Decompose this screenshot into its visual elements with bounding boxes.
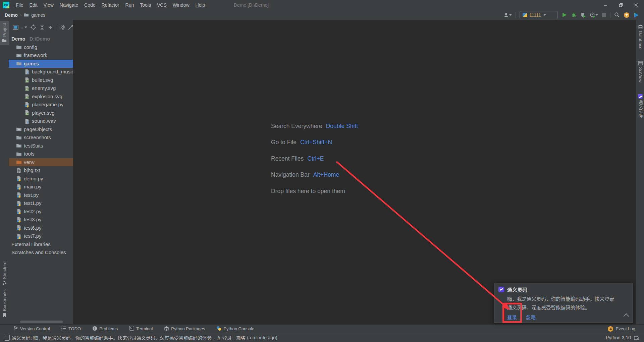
plugin-logo-icon[interactable] — [633, 12, 639, 18]
breadcrumb-folder[interactable]: games — [31, 12, 45, 18]
tool-tab-tongyi[interactable]: 通义灵码 — [636, 92, 644, 120]
tool-tab-structure[interactable]: Structure — [0, 260, 9, 287]
menu-item-code[interactable]: Code — [81, 2, 98, 8]
chevron-down-icon[interactable] — [595, 14, 598, 16]
menu-item-vcs[interactable]: VCS — [154, 2, 170, 8]
tree-item-test1-py[interactable]: test1.py — [9, 199, 73, 208]
breadcrumb-project[interactable]: Demo — [5, 12, 18, 18]
run-button[interactable] — [561, 12, 567, 18]
user-account-icon[interactable] — [503, 12, 512, 18]
tree-item-demo-py[interactable]: demo.py — [9, 175, 73, 183]
stop-button[interactable] — [602, 13, 606, 17]
tree-item-screenshots[interactable]: screenshots — [9, 133, 73, 142]
folder-icon — [16, 61, 22, 66]
minimize-button[interactable] — [598, 0, 613, 10]
tree-item-sound-wav[interactable]: ?sound.wav — [9, 117, 73, 125]
update-available-icon[interactable] — [624, 12, 630, 18]
event-count-badge: 4 — [608, 326, 613, 332]
menu-item-view[interactable]: View — [41, 2, 57, 8]
tree-item-external-libraries[interactable]: External Libraries — [9, 240, 73, 249]
tree-item-venv[interactable]: venv — [9, 158, 73, 167]
tree-item-test7-py[interactable]: test7.py — [9, 232, 73, 240]
tree-item-enemy-svg[interactable]: enemy.svg — [9, 84, 73, 93]
tree-item-player-svg[interactable]: player.svg — [9, 109, 73, 117]
maximize-button[interactable] — [613, 0, 629, 10]
tool-tab-project[interactable]: Project — [0, 21, 9, 45]
tree-item-demo[interactable]: DemoD:\Demo — [9, 35, 73, 43]
run-with-coverage-button[interactable] — [580, 12, 586, 18]
tree-item-scratches-and-consoles[interactable]: Scratches and Consoles — [9, 248, 73, 257]
tool-tab-sciview[interactable]: SciView — [636, 59, 644, 84]
tree-item-background-music[interactable]: ?background_music — [9, 68, 73, 76]
tool-tab-database[interactable]: Database — [636, 22, 644, 52]
tool-window-button-version-control[interactable]: Version Control — [13, 326, 50, 332]
tree-item-main-py[interactable]: main.py — [9, 183, 73, 191]
tree-item-bullet-svg[interactable]: bullet.svg — [9, 76, 73, 84]
tool-tab-bookmarks[interactable]: Bookmarks — [0, 287, 9, 320]
file-python-icon — [16, 201, 22, 206]
editor-hint: Search EverywhereDouble Shift — [271, 118, 358, 134]
project-tree: DemoD:\Democonfigframeworkgames?backgrou… — [9, 35, 73, 257]
tree-item-bjhg-txt[interactable]: bjhg.txt — [9, 166, 73, 175]
menu-item-navigate[interactable]: Navigate — [57, 2, 81, 8]
python-interpreter[interactable]: Python 3.10 — [606, 335, 631, 340]
run-configuration-select[interactable]: 11111 — [520, 11, 558, 19]
tree-item-testsuits[interactable]: testSuits — [9, 142, 73, 150]
tool-window-button-problems[interactable]: Problems — [92, 326, 118, 332]
search-everywhere-icon[interactable] — [614, 12, 620, 18]
event-log-button[interactable]: 4Event Log — [608, 326, 644, 332]
status-login-link[interactable]: 登录 — [222, 334, 231, 341]
file-python-icon — [16, 192, 22, 198]
tree-item-label: background_music — [32, 68, 73, 76]
settings-gear-icon[interactable] — [60, 25, 65, 30]
menu-item-file[interactable]: File — [13, 2, 26, 8]
tree-item-pageobjects[interactable]: pageObjects — [9, 125, 73, 134]
menu-item-window[interactable]: Window — [170, 2, 193, 8]
tree-item-config[interactable]: config — [9, 43, 73, 52]
tool-window-button-terminal[interactable]: Terminal — [129, 326, 153, 332]
tree-item-test6-py[interactable]: test6.py — [9, 224, 73, 232]
menu-item-refactor[interactable]: Refactor — [99, 2, 122, 8]
tree-item-label: bullet.svg — [32, 76, 53, 84]
menu-item-help[interactable]: Help — [193, 2, 208, 8]
notification-icon[interactable] — [5, 335, 10, 341]
close-button[interactable] — [629, 0, 644, 10]
tool-window-button-python-console[interactable]: Python Console — [216, 326, 254, 332]
tree-item-explosion-svg[interactable]: explosion.svg — [9, 93, 73, 101]
collapse-all-icon[interactable] — [48, 25, 53, 30]
horizontal-scrollbar[interactable] — [20, 321, 63, 323]
locate-file-icon[interactable] — [31, 24, 36, 30]
file-unknown-icon: ? — [24, 69, 30, 75]
tree-item-test3-py[interactable]: test3.py — [9, 216, 73, 224]
tool-window-button-python-packages[interactable]: Python Packages — [164, 326, 205, 332]
status-ignore-link[interactable]: 忽略 — [235, 334, 245, 341]
tool-window-button-todo[interactable]: TODO — [61, 326, 81, 332]
tree-item-label: venv — [24, 158, 35, 167]
menu-item-edit[interactable]: Edit — [26, 2, 41, 8]
tree-item-label: main.py — [24, 183, 42, 191]
project-tool-window: DemoD:\Democonfigframeworkgames?backgrou… — [9, 20, 73, 324]
tree-item-test2-py[interactable]: test2.py — [9, 208, 73, 216]
tree-item-games[interactable]: games — [9, 60, 73, 68]
notification-body: 嗨，我是通义灵码，你的智能编码助手。快来登录 通义灵码，深度感受智能编码的体验。 — [507, 295, 628, 312]
tree-item-tools[interactable]: tools — [9, 150, 73, 158]
structure-icon — [2, 281, 7, 285]
tree-item-label: framework — [24, 51, 47, 60]
menu-item-tools[interactable]: Tools — [137, 2, 154, 8]
navigation-bar: Demo › games 11111 — [0, 10, 644, 20]
tree-item-framework[interactable]: framework — [9, 51, 73, 60]
debug-button[interactable] — [571, 12, 577, 18]
expand-all-icon[interactable] — [40, 25, 45, 30]
login-link[interactable]: 登录 — [507, 314, 517, 321]
file-text-icon — [16, 168, 22, 173]
project-view-selector[interactable] — [13, 25, 27, 30]
profiler-button[interactable] — [590, 12, 598, 18]
shortcut-hints: Search EverywhereDouble ShiftGo to FileC… — [271, 118, 358, 199]
notification-title: 通义灵码 — [507, 286, 527, 293]
tree-item-test-py[interactable]: test.py — [9, 191, 73, 199]
ignore-link[interactable]: 忽略 — [526, 314, 536, 321]
hide-panel-icon[interactable] — [68, 25, 73, 30]
svg-text:!: ! — [638, 338, 638, 340]
tree-item-planegame-py[interactable]: planegame.py — [9, 101, 73, 109]
menu-item-run[interactable]: Run — [122, 2, 137, 8]
